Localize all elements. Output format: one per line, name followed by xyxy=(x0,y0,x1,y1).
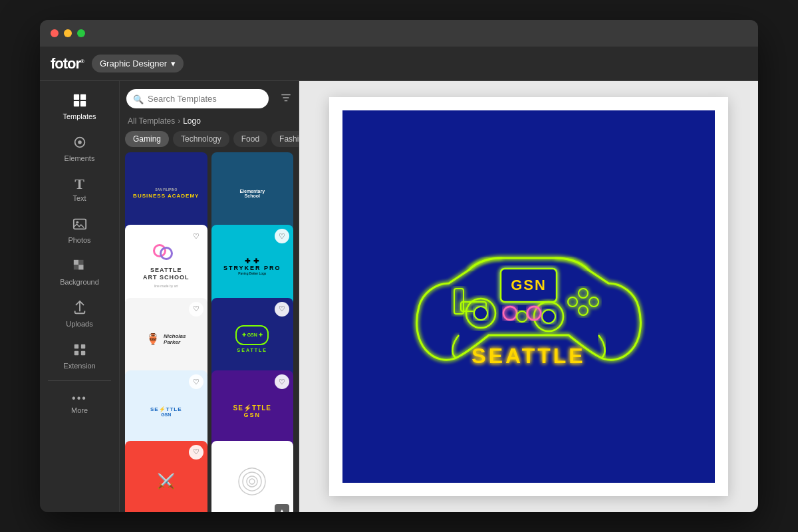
sidebar-item-label: Templates xyxy=(63,112,96,120)
main-layout: Templates Elements T Text xyxy=(40,81,758,512)
svg-rect-2 xyxy=(73,101,78,106)
template-card-2[interactable]: Elementary School xyxy=(211,152,294,235)
sidebar-item-photos[interactable]: Photos xyxy=(40,210,119,249)
template-card-5[interactable]: ♡ 🏺 NicholasParker xyxy=(125,298,207,380)
sidebar-item-label: Photos xyxy=(68,236,90,244)
svg-rect-9 xyxy=(78,260,83,265)
tab-gaming[interactable]: Gaming xyxy=(125,131,169,147)
mode-label: Graphic Designer xyxy=(100,59,167,68)
svg-rect-3 xyxy=(80,101,85,106)
svg-rect-21 xyxy=(454,289,464,314)
svg-text:GSN: GSN xyxy=(511,277,547,293)
svg-rect-10 xyxy=(73,265,78,269)
canvas-content[interactable]: GSN xyxy=(342,110,715,483)
template-card-6[interactable]: ♡ ✚ GSN ✚ SEATTLE xyxy=(211,298,294,380)
search-icon: 🔍 xyxy=(133,94,144,104)
search-input[interactable] xyxy=(126,89,269,108)
sidebar-item-uploads[interactable]: Uploads xyxy=(40,294,119,333)
filter-button[interactable] xyxy=(280,92,292,106)
svg-point-7 xyxy=(76,221,78,223)
gamepad-svg: GSN xyxy=(402,210,655,383)
canvas-area: GSN xyxy=(299,81,758,512)
template-card-3[interactable]: ♡ SEATTLEART SCHOOL line made by art xyxy=(125,225,207,307)
sidebar-item-elements[interactable]: Elements xyxy=(40,128,119,168)
elements-icon xyxy=(72,135,87,152)
template-grid: SAN FILIPINO BUSINESS ACADEMY Elementary… xyxy=(120,152,299,512)
sidebar-item-more[interactable]: ••• More xyxy=(40,386,119,420)
svg-rect-8 xyxy=(73,260,78,265)
svg-rect-12 xyxy=(74,344,78,348)
chevron-down-icon: ▾ xyxy=(171,59,176,68)
breadcrumb-current: Logo xyxy=(183,116,201,126)
template-card-4[interactable]: ♡ ✚ ✚ STRYKER PRO Paving Better Logs xyxy=(211,225,294,307)
svg-rect-15 xyxy=(80,351,84,355)
maximize-button[interactable] xyxy=(77,29,85,37)
sidebar-item-label: Uploads xyxy=(66,320,92,328)
sidebar-item-templates[interactable]: Templates xyxy=(40,86,119,126)
mode-dropdown[interactable]: Graphic Designer ▾ xyxy=(92,55,184,72)
svg-point-5 xyxy=(78,140,82,144)
svg-point-24 xyxy=(589,297,598,307)
minimize-button[interactable] xyxy=(64,29,72,37)
svg-rect-11 xyxy=(78,265,83,269)
template-card-9[interactable]: ♡ ⚔️ xyxy=(125,441,207,512)
tab-fashion[interactable]: Fashion xyxy=(271,131,299,147)
breadcrumb-separator: › xyxy=(178,116,180,126)
svg-point-32 xyxy=(517,311,527,322)
svg-point-25 xyxy=(568,297,577,307)
search-wrapper: 🔍 xyxy=(126,89,275,108)
templates-icon xyxy=(72,93,87,110)
breadcrumb: All Templates › Logo xyxy=(120,114,299,131)
sidebar-item-label: Background xyxy=(60,278,99,286)
sidebar-item-label: Text xyxy=(72,194,86,202)
svg-point-26 xyxy=(579,306,588,315)
template-card-10[interactable]: ▲ xyxy=(211,441,294,512)
extension-icon xyxy=(72,342,87,359)
sidebar-item-background[interactable]: Background xyxy=(40,252,119,291)
sidebar-item-label: Extension xyxy=(63,362,95,370)
svg-rect-13 xyxy=(80,344,84,348)
svg-text:SEATTLE: SEATTLE xyxy=(471,344,585,368)
canvas-wrapper: GSN xyxy=(329,97,728,496)
text-icon: T xyxy=(74,177,84,192)
tab-food[interactable]: Food xyxy=(233,131,267,147)
sidebar-item-extension[interactable]: Extension xyxy=(40,336,119,375)
sidebar: Templates Elements T Text xyxy=(40,81,120,512)
background-icon xyxy=(72,259,87,275)
svg-point-28 xyxy=(474,307,487,320)
svg-rect-1 xyxy=(80,94,85,100)
sidebar-divider xyxy=(48,380,111,381)
sidebar-item-label: More xyxy=(71,406,88,414)
panel-search-area: 🔍 xyxy=(120,81,299,114)
breadcrumb-all[interactable]: All Templates xyxy=(128,116,175,126)
more-icon: ••• xyxy=(72,393,87,404)
titlebar xyxy=(40,20,758,47)
svg-rect-0 xyxy=(73,94,78,100)
svg-rect-14 xyxy=(74,351,78,355)
uploads-icon xyxy=(72,301,87,317)
top-bar: fotor® Graphic Designer ▾ xyxy=(40,47,758,81)
tab-technology[interactable]: Technology xyxy=(173,131,229,147)
template-card-1[interactable]: SAN FILIPINO BUSINESS ACADEMY xyxy=(125,152,207,235)
photos-icon xyxy=(72,217,87,233)
sidebar-item-label: Elements xyxy=(65,154,95,162)
category-tabs: Gaming Technology Food Fashion › xyxy=(120,131,299,152)
sidebar-item-text[interactable]: T Text xyxy=(40,170,119,207)
app-logo: fotor® xyxy=(51,55,84,72)
templates-panel: 🔍 All Templates › Logo xyxy=(120,81,299,512)
svg-point-31 xyxy=(503,307,517,320)
svg-point-23 xyxy=(579,289,588,298)
close-button[interactable] xyxy=(51,29,59,37)
svg-point-30 xyxy=(542,310,555,323)
